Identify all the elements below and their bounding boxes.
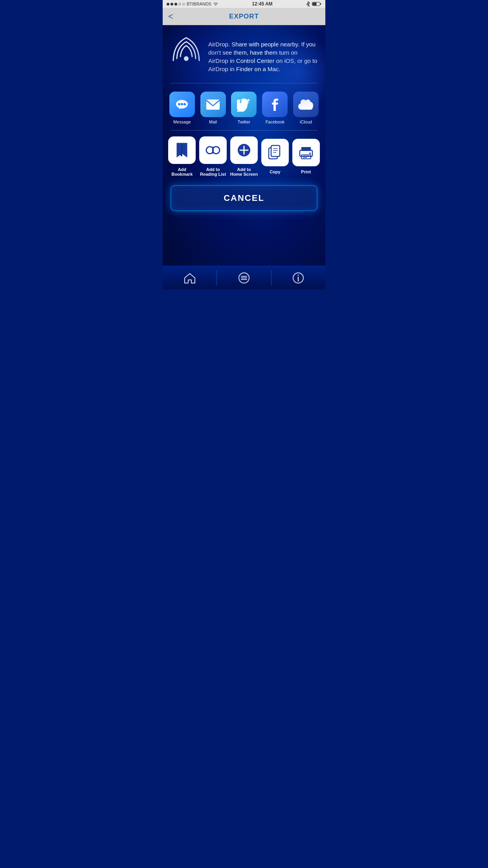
print-label: Print [301, 169, 311, 174]
add-reading-list-label: Add toReading List [200, 167, 226, 177]
home-icon [184, 272, 196, 283]
copy-icon-box [261, 139, 289, 166]
main-content: AirDrop. Share with people nearby. If yo… [163, 25, 325, 289]
tab-bar [163, 266, 325, 289]
reading-list-icon [205, 145, 221, 156]
back-button[interactable]: < [168, 11, 173, 22]
tab-home[interactable] [163, 272, 216, 283]
dot3 [174, 3, 177, 6]
status-left: BTIBRANDS [167, 2, 218, 6]
facebook-label: Facebook [266, 120, 284, 124]
bluetooth-icon [306, 1, 310, 7]
mail-label: Mail [209, 120, 217, 124]
tab-info[interactable] [272, 272, 325, 284]
carrier-label: BTIBRANDS [187, 2, 211, 6]
menu-icon [238, 272, 250, 284]
page-title: EXPORT [229, 13, 259, 20]
action-item-print[interactable]: Print [292, 139, 320, 174]
svg-point-7 [178, 103, 180, 105]
svg-point-23 [309, 153, 311, 154]
twitter-icon [237, 97, 251, 112]
svg-rect-2 [320, 3, 321, 5]
tab-menu[interactable] [217, 272, 271, 284]
dot1 [167, 3, 169, 6]
status-bar: BTIBRANDS 12:45 AM [163, 0, 325, 8]
copy-label: Copy [270, 169, 281, 174]
action-item-add-reading-list[interactable]: Add toReading List [199, 136, 227, 177]
divider-2 [171, 130, 317, 131]
add-bookmark-icon-box [168, 136, 196, 164]
bookmark-icon [175, 142, 189, 158]
svg-rect-21 [301, 147, 311, 151]
info-icon [293, 272, 304, 284]
wifi-icon [213, 2, 218, 6]
print-icon-box [292, 139, 320, 166]
action-item-copy[interactable]: Copy [261, 139, 289, 174]
svg-point-31 [298, 274, 299, 276]
nav-bar: < EXPORT [163, 8, 325, 25]
svg-rect-19 [271, 145, 280, 156]
dot5 [182, 3, 185, 6]
twitter-label: Twitter [238, 120, 250, 124]
svg-point-9 [183, 103, 186, 105]
icloud-label: iCloud [300, 120, 312, 124]
action-item-add-bookmark[interactable]: AddBookmark [168, 136, 196, 177]
action-row: AddBookmark Add toReading List [163, 132, 325, 180]
copy-icon [268, 145, 282, 160]
signal-dots [167, 3, 185, 6]
svg-point-8 [181, 103, 183, 105]
add-reading-list-icon-box [199, 136, 227, 164]
svg-point-0 [215, 5, 216, 6]
battery-icon [312, 2, 321, 6]
action-item-add-home-screen[interactable]: Add toHome Screen [230, 136, 258, 177]
dot4 [178, 3, 181, 6]
status-right [306, 1, 321, 7]
add-home-screen-label: Add toHome Screen [230, 167, 258, 177]
add-bookmark-label: AddBookmark [171, 167, 193, 177]
dot2 [171, 3, 173, 6]
add-home-screen-icon-box [230, 136, 258, 164]
svg-rect-3 [313, 3, 317, 6]
message-label: Message [173, 120, 191, 124]
print-icon [298, 145, 314, 160]
add-home-screen-icon [236, 142, 252, 158]
time-label: 12:45 AM [252, 1, 272, 7]
cancel-button[interactable]: CANCEL [171, 185, 317, 211]
